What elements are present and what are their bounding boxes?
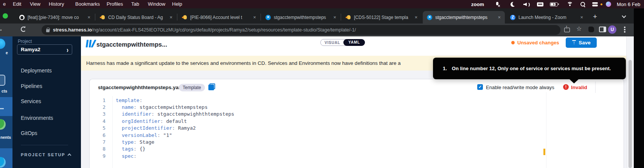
spotlight-search-icon[interactable] xyxy=(580,0,585,8)
rail-label[interactable]: cts xyxy=(2,89,7,93)
browser-menu-icon[interactable] xyxy=(624,27,625,33)
tab-close-icon[interactable]: × xyxy=(332,14,337,20)
menu-clock[interactable]: Mon 6 Feb xyxy=(617,0,640,8)
invalid-status-badge[interactable]: Invalid xyxy=(571,85,587,90)
yaml-code-area[interactable]: 1template:2name: stgacctempwithtempsteps… xyxy=(90,97,543,160)
sidebar-item-deployments[interactable]: Deployments xyxy=(21,68,52,74)
browser-tab-4[interactable]: stgacctempwithtempsteps× xyxy=(261,11,340,24)
save-button[interactable]: ↑ Save xyxy=(566,38,597,48)
template-page-header: stgacctempwithtemps... VISUAL YAML Unsav… xyxy=(81,36,626,56)
main-content: stgacctempwithtemps... VISUAL YAML Unsav… xyxy=(81,36,626,168)
menu-item-view[interactable]: View xyxy=(30,1,40,7)
url-text[interactable]: stress.harness.io/ng/account/zEaak-FLS42… xyxy=(53,27,356,33)
volume-icon[interactable] xyxy=(523,0,530,8)
readwrite-checkbox-label[interactable]: Enable read/write mode always xyxy=(486,85,554,90)
line-number: 4 xyxy=(90,118,106,124)
tab-close-icon[interactable]: × xyxy=(414,14,418,20)
menu-item-history[interactable]: History xyxy=(49,1,64,7)
toggle-visual[interactable]: VISUAL xyxy=(321,39,344,46)
wifi-icon[interactable] xyxy=(567,0,573,8)
sidebar-item-gitops[interactable]: GitOps xyxy=(21,130,37,136)
browser-tab-2[interactable]: CD Daily Status Board - Ag× xyxy=(96,11,177,24)
line-number: 1 xyxy=(90,97,106,103)
template-badge: Template xyxy=(179,84,205,91)
tab-search-chevron-icon[interactable] xyxy=(622,14,626,18)
forward-arrow-icon[interactable]: → xyxy=(0,25,3,33)
control-center-icon[interactable] xyxy=(592,0,598,8)
tab-close-icon[interactable]: × xyxy=(87,14,91,20)
readwrite-checkbox[interactable]: ✓ xyxy=(477,84,483,90)
extension-icon[interactable] xyxy=(588,27,594,32)
duck-favicon xyxy=(346,15,351,20)
profile-avatar[interactable]: U xyxy=(608,25,616,34)
visual-yaml-toggle[interactable]: VISUAL YAML xyxy=(320,39,365,46)
harness-template-icon xyxy=(86,40,96,47)
line-number: 8 xyxy=(90,146,106,152)
browser-tab-1[interactable]: [feat]:[pie-7340]: move co× xyxy=(15,11,95,24)
rail-label[interactable]: nents xyxy=(0,135,11,140)
lock-icon[interactable] xyxy=(46,29,50,32)
window-fullscreen-button[interactable] xyxy=(3,13,8,19)
mic-status-icon[interactable] xyxy=(495,0,499,8)
side-panel-icon[interactable] xyxy=(599,27,606,32)
menu-app-name[interactable]: zoom xyxy=(471,0,484,8)
code-line-8: 8tags: {} xyxy=(90,146,543,152)
zoom-favicon xyxy=(510,15,515,20)
tab-close-icon[interactable]: × xyxy=(579,14,584,20)
menu-item-bookmarks[interactable]: Bookmarks xyxy=(75,1,100,7)
project-label: Project xyxy=(18,39,32,44)
share-icon[interactable] xyxy=(564,26,570,32)
projects-module-icon[interactable] xyxy=(0,75,5,86)
tab-title: stgacctempwithtempsteps xyxy=(274,15,329,20)
error-number: 1. xyxy=(443,66,447,71)
home-module-icon[interactable] xyxy=(0,39,5,49)
page-scrollbar-thumb[interactable] xyxy=(628,60,632,168)
module-nav-rail: e cts nents xyxy=(0,36,12,168)
browser-tab-3[interactable]: [PIE-8066] Account level t× xyxy=(178,11,260,24)
siri-icon[interactable] xyxy=(606,0,611,8)
tab-title: [PIE-8066] Account level t xyxy=(190,15,249,20)
sidebar-item-environments[interactable]: Environments xyxy=(21,115,53,121)
code-line-3: 3identifier: stgacctempwighhthtempsteps xyxy=(90,111,543,118)
copy-icon[interactable] xyxy=(208,83,215,90)
line-number: 3 xyxy=(90,111,106,117)
project-sidebar: Project Ramya2 › DeploymentsPipelinesSer… xyxy=(12,36,81,168)
banner-text: Harness has made a significant update to… xyxy=(86,60,400,66)
sidebar-divider xyxy=(21,145,68,145)
address-bar[interactable]: stress.harness.io/ng/account/zEaak-FLS42… xyxy=(42,25,560,35)
project-selector[interactable]: Ramya2 › xyxy=(17,44,72,55)
line-number: 5 xyxy=(90,125,106,131)
toggle-yaml[interactable]: YAML xyxy=(343,39,365,46)
error-exclamation-icon: ! xyxy=(563,84,569,90)
code-line-2: 2name: stgacctempwithtempsteps xyxy=(90,104,543,110)
menu-item-tab[interactable]: Tab xyxy=(131,1,139,7)
bookmark-star-icon[interactable]: ☆ xyxy=(576,25,582,32)
deployments-module-icon[interactable] xyxy=(0,119,6,130)
keyboard-icon[interactable] xyxy=(537,0,543,8)
code-line-9: 9spec: xyxy=(90,152,543,159)
battery-icon[interactable] xyxy=(550,0,558,8)
tab-close-icon[interactable]: × xyxy=(497,14,501,20)
new-tab-button[interactable]: + xyxy=(593,13,597,21)
sidebar-item-services[interactable]: Services xyxy=(21,98,41,104)
menu-item-profiles[interactable]: Profiles xyxy=(107,1,123,7)
tab-close-icon[interactable]: × xyxy=(169,14,173,20)
tab-title: Launch Meeting - Zoom xyxy=(518,15,576,20)
menu-item-help[interactable]: Help xyxy=(172,1,182,7)
browser-tab-5[interactable]: [CDS-50122] Stage templa× xyxy=(341,11,422,24)
reload-icon[interactable] xyxy=(21,27,26,32)
browser-tab-7[interactable]: Launch Meeting - Zoom× xyxy=(506,11,587,24)
tab-close-icon[interactable]: × xyxy=(252,14,257,20)
sidebar-item-pipelines[interactable]: Pipelines xyxy=(21,83,42,89)
harness-favicon xyxy=(265,15,271,20)
rail-selected-block[interactable] xyxy=(0,97,12,116)
rail-label[interactable]: e xyxy=(6,50,8,55)
menu-item-edit[interactable]: Edit xyxy=(13,1,21,7)
focus-moon-icon[interactable] xyxy=(511,0,515,8)
sidebar-section-project-setup[interactable]: PROJECT SETUP xyxy=(21,152,65,157)
yaml-editor-panel: stgacctempwighhthtempsteps.yaml Template… xyxy=(89,79,624,168)
browser-tab-6[interactable]: stgacctempwithtempsteps× xyxy=(423,11,505,24)
menu-item-window[interactable]: Window xyxy=(148,1,165,7)
chevron-up-icon[interactable] xyxy=(68,154,71,157)
menu-item-e[interactable]: e xyxy=(3,1,6,7)
